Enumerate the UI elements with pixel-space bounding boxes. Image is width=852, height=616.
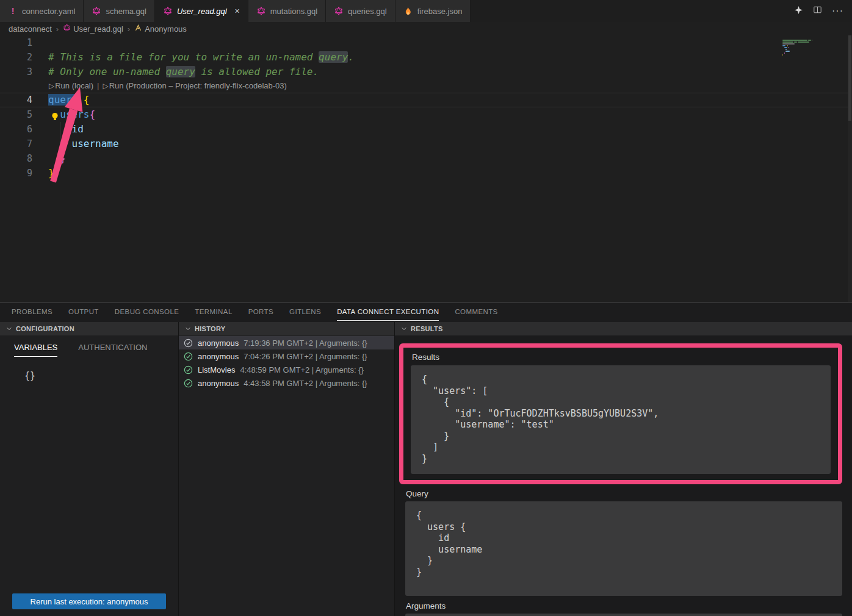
check-circle-icon bbox=[184, 365, 193, 374]
line-number: 1 bbox=[0, 35, 32, 50]
run-production-link[interactable]: ▷Run (Production – Project: friendly-fli… bbox=[103, 79, 286, 93]
line-number: 4 bbox=[0, 93, 32, 107]
tab-label: mutations.gql bbox=[270, 7, 317, 16]
breadcrumb-separator: › bbox=[56, 24, 59, 34]
results-json: { "users": [ { "id": "OrTucFODZHTksvBSBU… bbox=[422, 374, 820, 464]
code-text: query { bbox=[32, 93, 89, 107]
panel-tab-problems[interactable]: PROBLEMS bbox=[12, 303, 52, 321]
history-item[interactable]: ListMovies4:48:59 PM GMT+2 | Arguments: … bbox=[179, 363, 394, 376]
line-number: 8 bbox=[0, 151, 32, 166]
code-text: username bbox=[32, 137, 119, 151]
tab-variables[interactable]: VARIABLES bbox=[14, 343, 57, 357]
editor-scrollbar[interactable] bbox=[848, 35, 852, 302]
panel-body: CONFIGURATION VARIABLES AUTHENTICATION {… bbox=[0, 322, 852, 616]
editor-lines: 12# This is a file for you to write an u… bbox=[0, 35, 852, 181]
code-text: users{ bbox=[32, 107, 95, 122]
breadcrumb-label: User_read.gql bbox=[73, 24, 123, 34]
history-item-name: anonymous bbox=[198, 379, 239, 388]
configuration-header[interactable]: CONFIGURATION bbox=[0, 322, 178, 335]
tab-schema.gql[interactable]: schema.gql bbox=[84, 0, 154, 22]
panel-tab-debug-console[interactable]: DEBUG CONSOLE bbox=[115, 303, 179, 321]
history-item[interactable]: anonymous7:04:26 PM GMT+2 | Arguments: {… bbox=[179, 349, 394, 363]
more-actions-icon[interactable]: ··· bbox=[832, 5, 843, 16]
history-section: HISTORY anonymous7:19:36 PM GMT+2 | Argu… bbox=[179, 322, 395, 616]
editor-line[interactable]: 2# This is a file for you to write an un… bbox=[0, 50, 852, 65]
history-header-label: HISTORY bbox=[195, 325, 225, 332]
graphql-icon bbox=[334, 7, 344, 15]
editor-line[interactable]: 5 users{ bbox=[0, 107, 852, 122]
tab-queries.gql[interactable]: queries.gql bbox=[326, 0, 395, 22]
history-header[interactable]: HISTORY bbox=[179, 322, 394, 335]
copilot-sparkle-icon[interactable] bbox=[794, 5, 803, 17]
results-header-label: RESULTS bbox=[411, 325, 443, 332]
rerun-last-execution-button[interactable]: Rerun last execution: anonymous bbox=[12, 593, 166, 609]
graphql-icon bbox=[63, 24, 71, 34]
anonymous-operation-icon bbox=[134, 24, 142, 34]
tab-connector.yaml[interactable]: !connector.yaml bbox=[0, 0, 84, 22]
close-tab-icon[interactable]: × bbox=[235, 6, 240, 16]
run-local-link[interactable]: ▷Run (local) bbox=[49, 79, 93, 93]
editor-line[interactable]: 3# Only one un-named query is allowed pe… bbox=[0, 65, 852, 79]
panel-tab-data-connect-execution[interactable]: DATA CONNECT EXECUTION bbox=[337, 303, 439, 321]
editor-line[interactable]: 9} bbox=[0, 166, 852, 181]
tab-bar-tabs: !connector.yamlschema.gqlUser_read.gql×m… bbox=[0, 0, 471, 22]
line-number: 2 bbox=[0, 50, 32, 65]
line-number: 3 bbox=[0, 65, 32, 79]
chevron-down-icon bbox=[185, 326, 191, 332]
breadcrumb-item-file[interactable]: User_read.gql bbox=[63, 24, 123, 34]
check-circle-icon bbox=[184, 352, 193, 361]
arguments-label: Arguments bbox=[406, 601, 852, 611]
tab-authentication[interactable]: AUTHENTICATION bbox=[78, 343, 147, 357]
history-item[interactable]: anonymous7:19:36 PM GMT+2 | Arguments: {… bbox=[179, 336, 394, 349]
line-number: 6 bbox=[0, 122, 32, 137]
panel-tab-comments[interactable]: COMMENTS bbox=[455, 303, 497, 321]
editor-line[interactable]: 6 id bbox=[0, 122, 852, 137]
breadcrumb-item-dataconnect[interactable]: dataconnect bbox=[9, 24, 52, 34]
tab-label: User_read.gql bbox=[177, 7, 227, 16]
editor-line[interactable]: 4query { bbox=[0, 93, 852, 107]
breadcrumb-item-symbol[interactable]: Anonymous bbox=[134, 24, 187, 34]
panel-tab-terminal[interactable]: TERMINAL bbox=[195, 303, 232, 321]
panel-tab-output[interactable]: OUTPUT bbox=[68, 303, 99, 321]
results-label: Results bbox=[412, 353, 831, 362]
tab-User_read.gql[interactable]: User_read.gql× bbox=[155, 0, 248, 22]
check-circle-icon bbox=[184, 379, 193, 388]
tab-mutations.gql[interactable]: mutations.gql bbox=[248, 0, 326, 22]
tab-label: queries.gql bbox=[348, 7, 387, 16]
code-text: # Only one un-named query is allowed per… bbox=[32, 65, 319, 79]
line-number: 5 bbox=[0, 107, 32, 122]
history-item-detail: 4:43:58 PM GMT+2 | Arguments: {} bbox=[244, 379, 367, 388]
warning-icon: ! bbox=[8, 6, 18, 16]
run-icon: ▷ bbox=[103, 82, 108, 90]
variables-value[interactable]: {} bbox=[24, 370, 178, 381]
graphql-icon bbox=[163, 7, 173, 15]
breadcrumb-label: dataconnect bbox=[9, 24, 52, 34]
panel-tab-ports[interactable]: PORTS bbox=[248, 303, 273, 321]
minimap[interactable] bbox=[782, 38, 814, 56]
query-box: { users { id username } } bbox=[405, 501, 842, 596]
history-item[interactable]: anonymous4:43:58 PM GMT+2 | Arguments: {… bbox=[179, 376, 394, 390]
tab-label: connector.yaml bbox=[22, 7, 75, 16]
history-item-detail: 7:04:26 PM GMT+2 | Arguments: {} bbox=[244, 352, 367, 361]
flame-icon bbox=[403, 7, 413, 16]
code-lens-separator: | bbox=[97, 79, 99, 93]
split-editor-icon[interactable] bbox=[813, 5, 822, 16]
panel-tab-gitlens[interactable]: GITLENS bbox=[289, 303, 321, 321]
check-circle-icon bbox=[184, 338, 193, 348]
query-text: { users { id username } } bbox=[416, 510, 831, 578]
results-content: Results { "users": [ { "id": "OrTucFODZH… bbox=[395, 335, 852, 616]
configuration-section: CONFIGURATION VARIABLES AUTHENTICATION {… bbox=[0, 322, 179, 616]
chevron-down-icon bbox=[6, 326, 12, 332]
editor-line[interactable]: 7 username bbox=[0, 137, 852, 151]
annotation-highlight-box: Results { "users": [ { "id": "OrTucFODZH… bbox=[399, 343, 842, 484]
code-text bbox=[32, 35, 48, 50]
code-editor[interactable]: 12# This is a file for you to write an u… bbox=[0, 35, 852, 302]
tab-label: firebase.json bbox=[417, 7, 463, 16]
tab-firebase.json[interactable]: firebase.json bbox=[395, 0, 471, 22]
editor-line[interactable]: 1 bbox=[0, 35, 852, 50]
results-header[interactable]: RESULTS bbox=[395, 322, 852, 335]
arguments-box: {} bbox=[405, 614, 842, 616]
run-icon: ▷ bbox=[49, 82, 54, 90]
editor-line[interactable]: 8 } bbox=[0, 151, 852, 166]
line-number: 7 bbox=[0, 137, 32, 151]
